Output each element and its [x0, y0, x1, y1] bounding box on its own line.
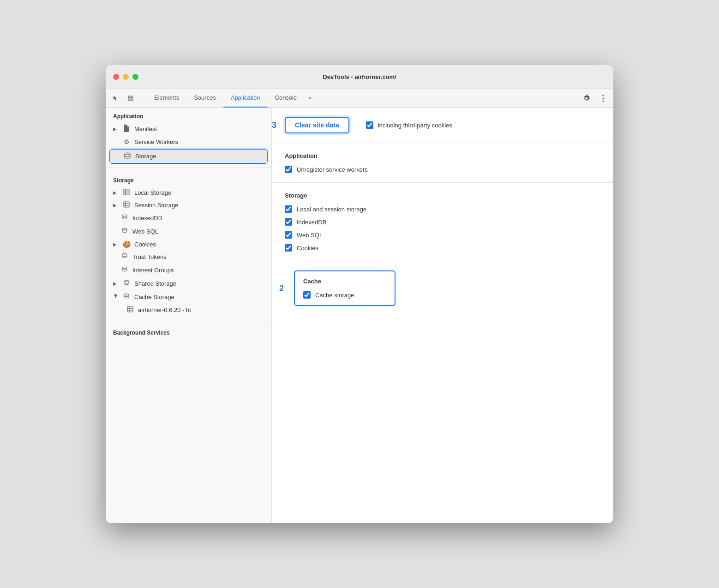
cache-section-title: Cache: [303, 278, 386, 285]
trust-tokens-label: Trust Tokens: [132, 253, 167, 260]
indexeddb-label[interactable]: IndexedDB: [297, 219, 326, 226]
sidebar-item-manifest[interactable]: ▶ Manifest: [106, 122, 271, 136]
session-storage-label: Session Storage: [134, 202, 178, 209]
interest-groups-label: Interest Groups: [132, 267, 174, 274]
service-workers-label: Service Workers: [134, 138, 178, 145]
web-sql-row: Web SQL: [285, 231, 600, 239]
minimize-button[interactable]: [123, 74, 129, 80]
tab-sources[interactable]: Sources: [186, 89, 223, 108]
sidebar-section-application: Application: [106, 108, 271, 122]
sidebar-item-local-storage[interactable]: ▶ Local Storage: [106, 186, 271, 199]
svg-point-18: [122, 253, 127, 255]
tab-console[interactable]: Console: [268, 89, 305, 108]
tab-elements[interactable]: Elements: [147, 89, 186, 108]
third-party-row: including third-party cookies: [366, 121, 452, 129]
sidebar-item-interest-groups[interactable]: Interest Groups: [106, 264, 271, 277]
tabbar-right: [580, 92, 610, 105]
tabbar: Elements Sources Application Console »: [106, 89, 613, 108]
local-session-checkbox[interactable]: [285, 205, 292, 213]
sidebar-item-indexeddb[interactable]: IndexedDB: [106, 211, 271, 225]
sidebar-item-storage[interactable]: ▶ Storage: [110, 150, 267, 163]
sidebar-item-cache-storage[interactable]: ▶ Cache Storage: [106, 290, 271, 304]
tab-application[interactable]: Application: [223, 89, 268, 108]
storage-label: Storage: [135, 153, 156, 160]
titlebar: DevTools - airhorner.com/: [106, 65, 613, 89]
settings-icon[interactable]: [580, 92, 593, 105]
sidebar-item-trust-tokens[interactable]: Trust Tokens: [106, 250, 271, 264]
arrow-icon: ▶: [113, 281, 119, 286]
arrow-icon: ▶: [113, 203, 119, 208]
clear-site-data-section: 3 Clear site data including third-party …: [272, 108, 613, 143]
sidebar-divider-1: [106, 168, 271, 168]
sidebar: Application ▶ Manifest ▶ ⚙ Service Worke…: [106, 108, 272, 523]
db-icon: [120, 227, 129, 236]
indexeddb-label: IndexedDB: [132, 215, 162, 222]
third-party-cookies-checkbox[interactable]: [366, 121, 373, 129]
local-session-row: Local and session storage: [285, 205, 600, 213]
tab-divider: [141, 94, 141, 103]
svg-rect-22: [127, 306, 133, 312]
more-options-icon[interactable]: [597, 92, 610, 105]
cookies-label[interactable]: Cookies: [297, 245, 318, 252]
devtools-window: DevTools - airhorner.com/ Elements: [106, 65, 613, 523]
web-sql-checkbox[interactable]: [285, 231, 292, 239]
svg-rect-0: [128, 96, 130, 98]
arrow-icon: ▶: [113, 190, 119, 195]
table-icon: [126, 306, 134, 314]
svg-point-7: [125, 153, 130, 155]
cache-storage-checkbox[interactable]: [303, 291, 311, 299]
tabbar-icons: [109, 92, 143, 105]
sidebar-item-service-workers[interactable]: ▶ ⚙ Service Workers: [106, 136, 271, 148]
db-icon: [122, 279, 131, 288]
local-session-label[interactable]: Local and session storage: [297, 206, 366, 213]
indexeddb-checkbox[interactable]: [285, 218, 292, 226]
application-section-title: Application: [285, 152, 600, 159]
window-title: DevTools - airhorner.com/: [323, 73, 396, 80]
tab-more[interactable]: »: [304, 89, 315, 108]
close-button[interactable]: [113, 74, 119, 80]
badge-2: 2: [279, 283, 284, 293]
svg-point-17: [122, 228, 127, 230]
sidebar-section-storage: Storage: [106, 172, 271, 186]
third-party-label[interactable]: including third-party cookies: [378, 122, 452, 129]
cache-storage-label: Cache Storage: [134, 294, 174, 300]
sidebar-divider-2: [106, 320, 271, 320]
unregister-label[interactable]: Unregister service workers: [297, 166, 368, 173]
maximize-button[interactable]: [132, 74, 138, 80]
db-icon: [120, 214, 129, 222]
db-icon: [122, 293, 131, 301]
shared-storage-label: Shared Storage: [134, 280, 176, 287]
svg-rect-3: [131, 99, 133, 101]
storage-db-icon: [123, 152, 132, 161]
sidebar-section-background: Background Services: [106, 324, 271, 339]
svg-point-6: [603, 100, 604, 102]
main-content: Application ▶ Manifest ▶ ⚙ Service Worke…: [106, 108, 613, 523]
arrow-icon: ▶: [113, 242, 119, 247]
clear-site-data-button[interactable]: Clear site data: [285, 117, 349, 133]
cache-storage-row: Cache storage: [303, 291, 386, 299]
manifest-label: Manifest: [134, 126, 157, 132]
arrow-down-icon: ▶: [114, 294, 119, 300]
web-sql-label[interactable]: Web SQL: [297, 232, 323, 239]
cursor-icon[interactable]: [109, 92, 122, 105]
cookie-icon: 🍪: [122, 240, 131, 248]
unregister-checkbox[interactable]: [285, 166, 292, 173]
application-section: Application Unregister service workers: [272, 143, 613, 183]
traffic-lights: [113, 74, 138, 80]
sidebar-item-cookies[interactable]: ▶ 🍪 Cookies: [106, 238, 271, 250]
table-icon: [122, 189, 131, 197]
sidebar-item-session-storage[interactable]: ▶ Session Storage: [106, 199, 271, 211]
sidebar-item-web-sql[interactable]: Web SQL: [106, 225, 271, 238]
sidebar-item-cache-entry[interactable]: airhorner-0.6.20 - ht: [106, 304, 271, 316]
inspect-icon[interactable]: [124, 92, 137, 105]
cookies-checkbox[interactable]: [285, 244, 292, 252]
storage-section: Storage Local and session storage Indexe…: [272, 183, 613, 261]
cache-box: Cache Cache storage: [294, 270, 395, 306]
storage-section-title: Storage: [285, 192, 600, 199]
sidebar-item-shared-storage[interactable]: ▶ Shared Storage: [106, 277, 271, 290]
storage-highlighted-container: ▶ Storage: [109, 149, 268, 164]
cache-storage-label[interactable]: Cache storage: [315, 292, 354, 299]
svg-rect-8: [124, 189, 129, 195]
web-sql-label: Web SQL: [132, 228, 158, 235]
indexeddb-row: IndexedDB: [285, 218, 600, 226]
